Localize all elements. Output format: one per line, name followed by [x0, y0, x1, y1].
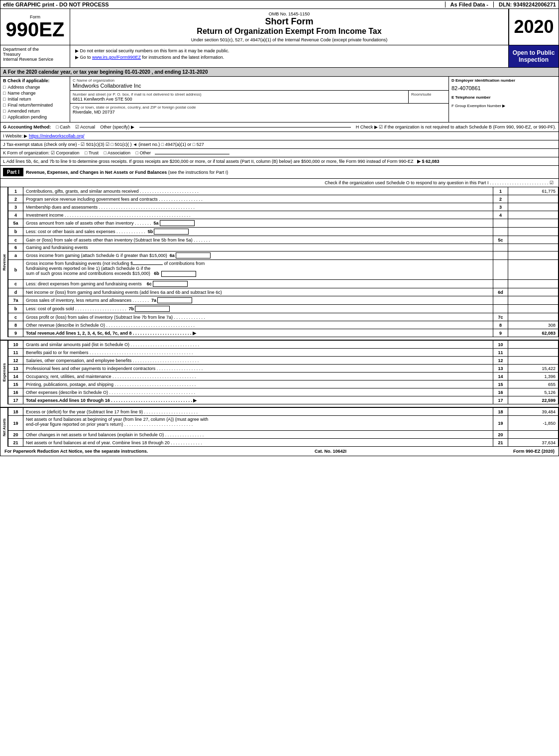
row-7c-value: [508, 313, 558, 321]
row-2-num: 2: [8, 195, 23, 203]
accounting-row: G Accounting Method: □ Cash ☑ Accrual Ot…: [0, 123, 559, 132]
check-applicable-label: B Check if applicable:: [3, 78, 67, 83]
row-6-label: 6 Gaming and fundraising events: [8, 244, 559, 252]
row-6c-linenum: [493, 280, 508, 288]
row-4-num: 4: [8, 211, 23, 219]
org-city-row: City or town, state or province, country…: [70, 104, 448, 116]
row-5b-num: b: [8, 228, 23, 236]
return-title: Return of Organization Exempt From Incom…: [73, 27, 506, 36]
row-16: 16 Other expenses (describe in Schedule …: [8, 388, 559, 396]
row-6b-value: [508, 260, 558, 279]
row-14: 14 Occupancy, rent, utilities, and maint…: [8, 373, 559, 380]
row-6-num: 6: [8, 244, 23, 251]
phone-label: E Telephone number: [451, 95, 556, 100]
website-label: I Website: ▶: [3, 133, 27, 138]
row-21: 21 Net assets or fund balances at end of…: [8, 439, 559, 447]
row-6b-label: Gross income from fundraising events (no…: [23, 260, 493, 279]
row-20-num: 20: [8, 431, 23, 438]
omb-number: OMB No. 1545-1150: [73, 11, 506, 16]
row-20-value: [508, 431, 558, 438]
employer-id-value: 82-4070861: [451, 85, 556, 91]
row-14-num: 14: [8, 373, 23, 380]
tax-exempt-row: J Tax-exempt status (check only one) - ☑…: [0, 140, 559, 149]
expenses-section: Expenses 10 Grants and similar amounts p…: [0, 340, 559, 404]
row-8-value: 308: [508, 321, 558, 329]
net-assets-side-label: Net Assets: [0, 408, 8, 447]
footer-center: Cat. No. 10642I: [315, 449, 346, 454]
row-5a-num: 5a: [8, 219, 23, 227]
website-value[interactable]: https://mindworkscollab.org/: [29, 133, 85, 138]
row-1-num: 1: [8, 187, 23, 195]
dept-line1: Department of the: [3, 47, 67, 52]
section-a: A For the 2020 calendar year, or tax yea…: [0, 68, 559, 77]
row-8-label: Other revenue (describe in Schedule O) .…: [23, 321, 493, 329]
dept-line2: Treasury: [3, 52, 67, 57]
row-7b-label: Less: cost of goods sold . . . . . . . .…: [23, 305, 493, 313]
row-9-label: Total revenue. Add lines 1, 2, 3, 4, 5c,…: [23, 329, 493, 337]
row-3-num: 3: [8, 203, 23, 211]
row-14-linenum: 14: [493, 373, 508, 380]
row-8-num: 8: [8, 321, 23, 329]
row-17-num: 17: [8, 396, 23, 404]
footer-right: Form 990-EZ (2020): [513, 449, 555, 454]
row-21-num: 21: [8, 439, 23, 446]
row-6d-linenum: 6d: [493, 288, 508, 296]
row-13: 13 Professional fees and other payments …: [8, 365, 559, 373]
row-21-linenum: 21: [493, 439, 508, 446]
row-15-value: 655: [508, 380, 558, 388]
row-13-num: 13: [8, 365, 23, 372]
row-1: 1 Contributions, gifts, grants, and simi…: [8, 187, 559, 195]
row-11-value: [508, 349, 558, 356]
form-subtitle: Under section 501(c), 527, or 4947(a)(1)…: [73, 37, 506, 42]
row-1-label: Contributions, gifts, grants, and simila…: [23, 187, 493, 195]
row-17: 17 Total expenses. Add lines 10 through …: [8, 396, 559, 404]
row-3-value: [508, 203, 558, 211]
org-room: Room/suite: [409, 91, 448, 103]
row-9: 9 Total revenue. Add lines 1, 2, 3, 4, 5…: [8, 329, 559, 337]
row-6d-num: d: [8, 288, 23, 296]
other-label: Other (specify) ▶: [100, 125, 134, 129]
row-14-value: 1,396: [508, 373, 558, 380]
city-label: City or town, state or province, country…: [73, 105, 446, 110]
row-11-label: Benefits paid to or for members . . . . …: [23, 349, 493, 356]
row-5c: c Gain or (loss) from sale of assets oth…: [8, 236, 559, 244]
room-label: Room/suite: [411, 92, 446, 97]
org-name-value: Mindworks Collaborative Inc: [73, 83, 446, 89]
row-16-value: 5,126: [508, 388, 558, 396]
row-7a-linenum: [493, 296, 508, 304]
city-value: Riverdale, MD 20737: [73, 110, 446, 115]
row-10-num: 10: [8, 341, 23, 348]
row-17-label: Total expenses. Add lines 10 through 16 …: [23, 396, 493, 404]
irs-website-link[interactable]: www.irs.gov/Form990EZ: [92, 55, 141, 60]
row-5c-linenum: 5c: [493, 236, 508, 244]
row-6b-linenum: [493, 260, 508, 279]
h-text: if the organization is not required to a…: [384, 125, 556, 129]
org-info-section: B Check if applicable: □Address change □…: [0, 77, 559, 123]
row-6c: c Less: direct expenses from gaming and …: [8, 280, 559, 288]
row-5c-num: c: [8, 236, 23, 244]
row-6d: d Net income or (loss) from gaming and f…: [8, 288, 559, 296]
row-7c-num: c: [8, 313, 23, 321]
row-17-linenum: 17: [493, 396, 508, 404]
row-6c-value: [508, 280, 558, 288]
row-10-linenum: 10: [493, 341, 508, 348]
row-14-label: Occupancy, rent, utilities, and maintena…: [23, 373, 493, 380]
row-8-linenum: 8: [493, 321, 508, 329]
row-4-linenum: 4: [493, 211, 508, 219]
row-7b: b Less: cost of goods sold . . . . . . .…: [8, 305, 559, 313]
row-6-text: Gaming and fundraising events: [23, 244, 493, 251]
row-11-num: 11: [8, 349, 23, 356]
row-20-label: Other changes in net assets or fund bala…: [23, 431, 493, 438]
row-20-linenum: 20: [493, 431, 508, 438]
l-label: L Add lines 5b, 6c, and 7b to line 9 to …: [3, 159, 414, 164]
row-1-value: 61,775: [508, 187, 558, 195]
row-5b-linenum: [493, 228, 508, 236]
schedule-o-row: Check if the organization used Schedule …: [0, 179, 559, 187]
row-5a: 5a Gross amount from sale of assets othe…: [8, 219, 559, 228]
row-5b-label: Less: cost or other basis and sales expe…: [23, 228, 493, 236]
row-15-num: 15: [8, 380, 23, 388]
row-7b-num: b: [8, 305, 23, 313]
row-2-label: Program service revenue including govern…: [23, 195, 493, 203]
row-3-label: Membership dues and assessments . . . . …: [23, 203, 493, 211]
row-12-label: Salaries, other compensation, and employ…: [23, 357, 493, 364]
